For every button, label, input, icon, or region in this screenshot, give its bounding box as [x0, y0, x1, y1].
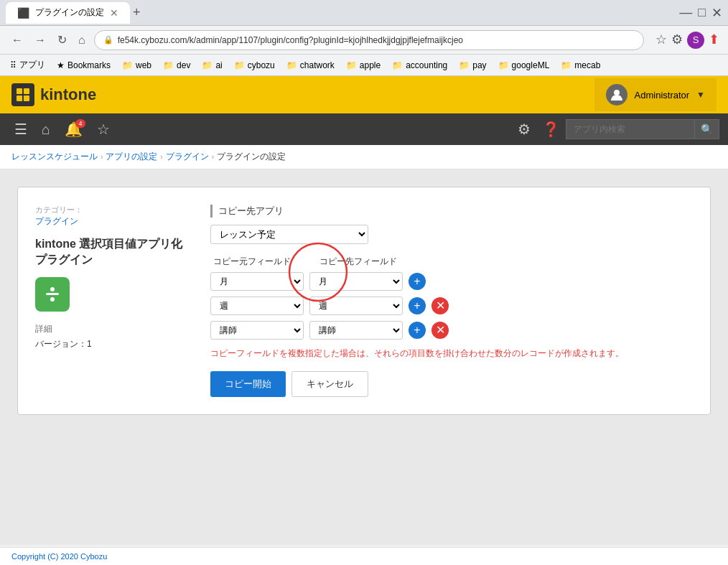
dest-field-select-1[interactable]: 月 — [309, 272, 403, 291]
toolbar-search-area: ⚙ ❓ 🔍 — [512, 118, 719, 141]
bookmark-web[interactable]: 📁 web — [118, 59, 156, 72]
bookmark-accounting[interactable]: 📁 accounting — [388, 59, 452, 72]
folder-dev-icon: 📁 — [163, 60, 174, 70]
svg-point-7 — [50, 297, 55, 302]
kintone-header: kintone Administrator ▼ — [0, 76, 728, 113]
breadcrumb-sep-3: › — [212, 153, 214, 161]
bookmark-web-label: web — [136, 60, 151, 70]
breadcrumb-sep-1: › — [101, 153, 103, 161]
bookmark-chatwork[interactable]: 📁 chatwork — [282, 59, 339, 72]
bookmark-cybozu[interactable]: 📁 cybozu — [230, 59, 279, 72]
plugin-sidebar: カテゴリー： プラグイン kintone 選択項目値アプリ化プラグイン 詳細 バ… — [35, 205, 193, 397]
breadcrumb-lesson[interactable]: レッスンスケジュール — [11, 151, 98, 163]
bookmarks-bar: ⠿ アプリ ★ Bookmarks 📁 web 📁 dev 📁 ai 📁 cyb… — [0, 55, 728, 76]
back-button[interactable]: ← — [9, 31, 26, 50]
bookmark-apple[interactable]: 📁 apple — [342, 59, 385, 72]
copyright-text: Copyright (C) 2020 Cybozu — [11, 552, 107, 561]
add-field-row-button[interactable]: + — [409, 273, 426, 290]
bookmark-pay[interactable]: 📁 pay — [454, 59, 490, 72]
apps-label: アプリ — [19, 59, 45, 71]
url-text: fe54k.cybozu.com/k/admin/app/1107/plugin… — [118, 35, 463, 45]
favorites-button[interactable]: ☆ — [91, 118, 116, 141]
browser-tab[interactable]: ⬛ プラグインの設定 ✕ — [6, 2, 130, 24]
svg-rect-6 — [46, 293, 59, 295]
app-search-input[interactable] — [566, 119, 695, 139]
home-button[interactable]: ⌂ — [75, 31, 88, 50]
svg-rect-2 — [17, 95, 22, 101]
svg-point-5 — [50, 287, 55, 291]
breadcrumb-plugin[interactable]: プラグイン — [166, 151, 209, 163]
src-field-select-2[interactable]: 週 — [210, 296, 304, 315]
dest-field-header: コピー先フィールド — [317, 256, 417, 268]
refresh-button[interactable]: ↻ — [55, 30, 70, 50]
help-icon[interactable]: ❓ — [536, 118, 566, 141]
bookmark-pay-label: pay — [472, 60, 486, 70]
src-field-select-1[interactable]: 月 — [210, 272, 304, 291]
remove-field-row-2-button[interactable]: ✕ — [431, 297, 449, 314]
bookmark-star-icon[interactable]: ☆ — [655, 32, 667, 49]
user-dropdown-arrow[interactable]: ▼ — [696, 90, 705, 100]
bookmark-ai[interactable]: 📁 ai — [197, 59, 226, 72]
folder-pay-icon: 📁 — [459, 60, 470, 70]
header-user-area[interactable]: Administrator ▼ — [594, 78, 717, 111]
add-field-row-3-button[interactable]: + — [409, 322, 426, 339]
category-label: カテゴリー： — [35, 205, 193, 215]
folder-accounting-icon: 📁 — [392, 60, 403, 70]
tab-close-icon[interactable]: ✕ — [110, 7, 118, 19]
extensions-icon[interactable]: ⚙ — [671, 32, 683, 49]
new-tab-button[interactable]: + — [133, 5, 141, 20]
svg-rect-0 — [17, 88, 22, 94]
menu-button[interactable]: ☰ — [9, 118, 33, 141]
logo-icon — [11, 83, 34, 106]
notification-badge: 4 — [75, 119, 85, 128]
close-button[interactable]: ✕ — [711, 5, 722, 21]
svg-rect-3 — [24, 95, 29, 101]
plugin-version: バージョン：1 — [35, 338, 193, 350]
bookmark-googleml[interactable]: 📁 googleML — [494, 59, 554, 72]
settings-icon[interactable]: ⚙ — [512, 118, 536, 141]
maximize-button[interactable]: □ — [698, 5, 706, 21]
warning-text: コピーフィールドを複数指定した場合は、それらの項目数を掛け合わせた数分のレコード… — [210, 347, 693, 360]
bookmark-mecab-label: mecab — [574, 60, 600, 70]
bookmark-apps[interactable]: ⠿ アプリ — [6, 57, 50, 73]
cancel-button[interactable]: キャンセル — [291, 371, 368, 397]
forward-button[interactable]: → — [32, 31, 49, 50]
bookmark-ai-label: ai — [215, 60, 222, 70]
dest-field-select-2[interactable]: 週 — [309, 296, 403, 315]
star-icon: ★ — [57, 60, 65, 70]
plugin-icon-wrap — [35, 277, 193, 312]
breadcrumb: レッスンスケジュール › アプリの設定 › プラグイン › プラグインの設定 — [0, 145, 728, 169]
app-toolbar: ☰ ⌂ 🔔 4 ☆ ⚙ ❓ 🔍 — [0, 113, 728, 145]
copy-start-button[interactable]: コピー開始 — [210, 371, 286, 397]
minimize-button[interactable]: — — [679, 5, 692, 21]
update-icon[interactable]: ⬆ — [709, 32, 719, 49]
search-button[interactable]: 🔍 — [695, 119, 719, 139]
app-select[interactable]: レッスン予定 — [210, 225, 368, 244]
bookmark-dev[interactable]: 📁 dev — [159, 59, 195, 72]
lock-icon: 🔒 — [103, 35, 113, 45]
kintone-logo: kintone — [11, 83, 96, 106]
app-select-wrap: レッスン予定 — [210, 225, 693, 244]
home-nav-button[interactable]: ⌂ — [36, 118, 56, 141]
copyright: Copyright (C) 2020 Cybozu — [0, 547, 728, 565]
breadcrumb-app-settings[interactable]: アプリの設定 — [106, 151, 157, 163]
svg-point-4 — [614, 90, 620, 95]
folder-ai-icon: 📁 — [202, 60, 213, 70]
src-field-header: コピー元フィールド — [210, 256, 311, 268]
profile-icon[interactable]: S — [687, 32, 704, 49]
url-bar[interactable]: 🔒 fe54k.cybozu.com/k/admin/app/1107/plug… — [94, 30, 644, 50]
src-field-select-3[interactable]: 講師 — [210, 321, 304, 340]
remove-field-row-3-button[interactable]: ✕ — [431, 322, 449, 339]
folder-googleml-icon: 📁 — [498, 60, 509, 70]
apps-grid-icon: ⠿ — [10, 60, 17, 70]
tab-title: プラグインの設定 — [35, 6, 104, 19]
bookmark-dev-label: dev — [177, 60, 190, 70]
browser-toolbar-icons: ☆ ⚙ S ⬆ — [655, 32, 719, 49]
bookmark-mecab[interactable]: 📁 mecab — [556, 59, 605, 72]
bookmark-bookmarks[interactable]: ★ Bookmarks — [52, 59, 115, 72]
dest-field-select-3[interactable]: 講師 — [309, 321, 403, 340]
add-field-row-2-button[interactable]: + — [409, 297, 426, 314]
notification-button[interactable]: 🔔 4 — [59, 118, 88, 141]
plugin-config: コピー先アプリ レッスン予定 コピー元フィールド コピー先フィールド 月 月 + — [210, 205, 693, 397]
field-row-1: 月 月 + — [210, 272, 693, 291]
